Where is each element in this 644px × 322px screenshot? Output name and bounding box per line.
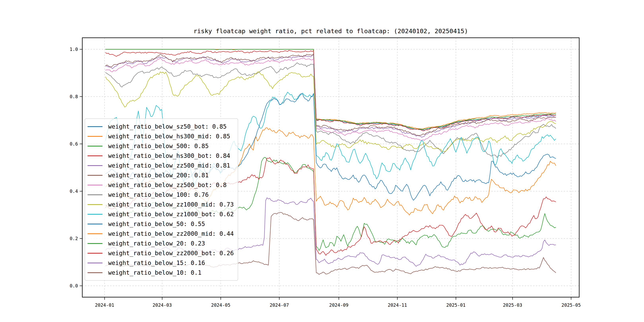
- legend-row-weight_ratio_below_zz500_mid: weight_ratio_below_zz500_mid: 0.81: [88, 160, 234, 170]
- legend-swatch-weight_ratio_below_15: [88, 262, 102, 263]
- x-tick-label: 2025-03: [503, 302, 522, 308]
- legend-label-weight_ratio_below_500: weight_ratio_below_500: 0.85: [108, 143, 209, 149]
- y-tick-label: 0.6: [70, 141, 78, 146]
- legend-label-weight_ratio_below_hs300_mid: weight_ratio_below_hs300_mid: 0.85: [108, 133, 230, 139]
- legend-label-weight_ratio_below_100: weight_ratio_below_100: 0.76: [108, 192, 209, 198]
- legend-label-weight_ratio_below_10: weight_ratio_below_10: 0.1: [108, 270, 202, 276]
- legend-swatch-weight_ratio_below_zz2000_mid: [88, 233, 102, 234]
- legend-label-weight_ratio_below_200: weight_ratio_below_200: 0.81: [108, 172, 209, 178]
- x-tick-label: 2025-01: [446, 302, 466, 308]
- legend-row-weight_ratio_below_hs300_mid: weight_ratio_below_hs300_mid: 0.85: [88, 132, 234, 141]
- legend-swatch-weight_ratio_below_zz1000_bot: [88, 214, 102, 215]
- y-tick-label: 0.2: [70, 236, 78, 241]
- legend-swatch-weight_ratio_below_zz2000_bot: [88, 253, 102, 254]
- legend-row-weight_ratio_below_50: weight_ratio_below_50: 0.55: [88, 219, 234, 229]
- legend-swatch-weight_ratio_below_20: [88, 243, 102, 244]
- legend-row-weight_ratio_below_zz2000_bot: weight_ratio_below_zz2000_bot: 0.26: [88, 248, 234, 258]
- legend-row-weight_ratio_below_zz2000_mid: weight_ratio_below_zz2000_mid: 0.44: [88, 229, 234, 238]
- legend-label-weight_ratio_below_zz2000_mid: weight_ratio_below_zz2000_mid: 0.44: [108, 231, 234, 237]
- legend-row-weight_ratio_below_zz1000_mid: weight_ratio_below_zz1000_mid: 0.73: [88, 200, 234, 209]
- legend-label-weight_ratio_below_zz500_bot: weight_ratio_below_zz500_bot: 0.8: [108, 182, 226, 188]
- legend-label-weight_ratio_below_zz1000_bot: weight_ratio_below_zz1000_bot: 0.62: [108, 211, 234, 217]
- legend-label-weight_ratio_below_hs300_bot: weight_ratio_below_hs300_bot: 0.84: [108, 153, 230, 159]
- x-tick-label: 2024-11: [388, 302, 407, 308]
- legend-swatch-weight_ratio_below_hs300_bot: [88, 156, 102, 156]
- legend-row-weight_ratio_below_200: weight_ratio_below_200: 0.81: [88, 170, 234, 180]
- legend-row-weight_ratio_below_20: weight_ratio_below_20: 0.23: [88, 238, 234, 248]
- legend-label-weight_ratio_below_sz50_bot: weight_ratio_below_sz50_bot: 0.85: [108, 124, 226, 130]
- legend-label-weight_ratio_below_20: weight_ratio_below_20: 0.23: [108, 240, 205, 246]
- legend-label-weight_ratio_below_zz500_mid: weight_ratio_below_zz500_mid: 0.81: [108, 162, 230, 168]
- legend: weight_ratio_below_sz50_bot: 0.85weight_…: [85, 118, 238, 281]
- legend-row-weight_ratio_below_100: weight_ratio_below_100: 0.76: [88, 190, 234, 200]
- legend-swatch-weight_ratio_below_10: [88, 272, 102, 273]
- legend-swatch-weight_ratio_below_hs300_mid: [88, 136, 102, 137]
- legend-swatch-weight_ratio_below_zz500_bot: [88, 185, 102, 186]
- legend-row-weight_ratio_below_zz500_bot: weight_ratio_below_zz500_bot: 0.8: [88, 180, 234, 190]
- legend-swatch-weight_ratio_below_zz500_mid: [88, 165, 102, 166]
- x-tick-label: 2024-01: [95, 302, 114, 308]
- x-tick-label: 2025-05: [562, 302, 581, 308]
- x-tick-label: 2024-09: [329, 302, 348, 308]
- legend-swatch-weight_ratio_below_zz1000_mid: [88, 204, 102, 205]
- x-tick-label: 2024-03: [152, 302, 172, 308]
- legend-row-weight_ratio_below_15: weight_ratio_below_15: 0.16: [88, 258, 234, 268]
- chart-title: risky floatcap weight ratio, pct related…: [82, 28, 579, 34]
- legend-row-weight_ratio_below_hs300_bot: weight_ratio_below_hs300_bot: 0.84: [88, 151, 234, 160]
- legend-row-weight_ratio_below_10: weight_ratio_below_10: 0.1: [88, 268, 234, 278]
- y-tick-label: 0.8: [70, 94, 78, 99]
- y-tick-label: 1.0: [70, 47, 78, 52]
- legend-swatch-weight_ratio_below_100: [88, 194, 102, 195]
- legend-swatch-weight_ratio_below_200: [88, 175, 102, 176]
- legend-swatch-weight_ratio_below_500: [88, 146, 102, 146]
- figure: 2024-012024-032024-052024-072024-092024-…: [0, 0, 644, 322]
- legend-row-weight_ratio_below_sz50_bot: weight_ratio_below_sz50_bot: 0.85: [88, 122, 234, 132]
- x-tick-label: 2024-07: [270, 302, 289, 308]
- legend-label-weight_ratio_below_zz2000_bot: weight_ratio_below_zz2000_bot: 0.26: [108, 250, 234, 256]
- legend-row-weight_ratio_below_500: weight_ratio_below_500: 0.85: [88, 141, 234, 151]
- legend-row-weight_ratio_below_zz1000_bot: weight_ratio_below_zz1000_bot: 0.62: [88, 209, 234, 219]
- legend-label-weight_ratio_below_50: weight_ratio_below_50: 0.55: [108, 221, 205, 227]
- legend-swatch-weight_ratio_below_50: [88, 224, 102, 224]
- legend-swatch-weight_ratio_below_sz50_bot: [88, 126, 102, 127]
- legend-label-weight_ratio_below_15: weight_ratio_below_15: 0.16: [108, 260, 205, 266]
- y-tick-label: 0.0: [70, 283, 78, 288]
- x-tick-label: 2024-05: [211, 302, 230, 308]
- legend-label-weight_ratio_below_zz1000_mid: weight_ratio_below_zz1000_mid: 0.73: [108, 202, 234, 208]
- y-tick-label: 0.4: [70, 189, 78, 194]
